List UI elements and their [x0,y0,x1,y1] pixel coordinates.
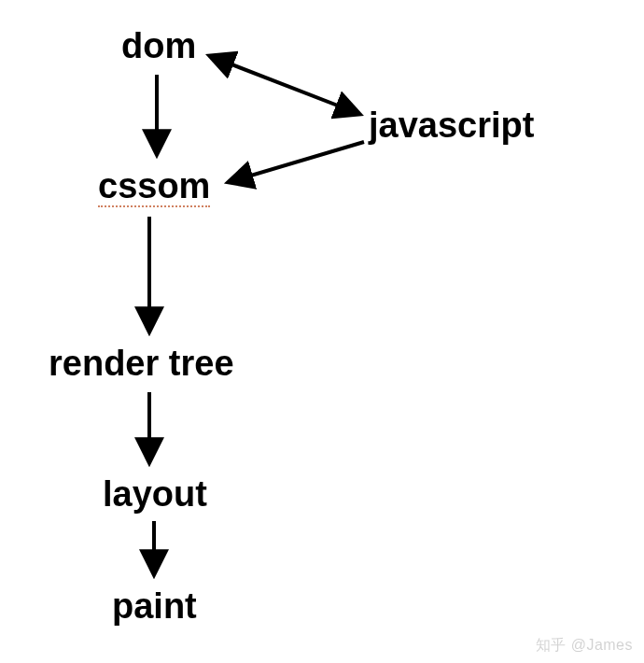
watermark-site: 知乎 [536,637,567,653]
diagram-arrows [0,0,644,663]
edge-dom-js [210,56,359,114]
node-layout: layout [103,476,207,512]
watermark-at: @ [571,637,587,653]
node-cssom: cssom [98,168,210,207]
node-dom: dom [121,28,196,63]
node-paint: paint [112,588,197,624]
watermark: 知乎 @James [536,636,633,656]
edge-js-to-cssom [229,142,364,182]
node-javascript: javascript [369,107,534,143]
watermark-author: James [586,637,633,653]
node-render-tree: render tree [49,346,234,381]
